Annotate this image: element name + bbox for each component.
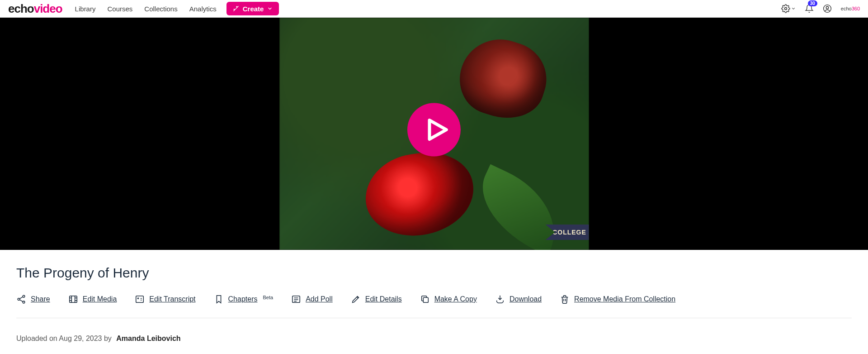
brandmark-text-2: 360 — [852, 6, 860, 11]
top-nav: echovideo Library Courses Collections An… — [0, 0, 868, 18]
uploaded-date: Aug 29, 2023 — [59, 335, 102, 342]
chapters-beta-badge: Beta — [263, 295, 273, 300]
pencil-icon — [351, 294, 361, 304]
svg-point-5 — [23, 301, 25, 303]
action-bar: Share Edit Media Edit Transcript Chapter… — [16, 294, 852, 318]
make-copy-action[interactable]: Make A Copy — [420, 294, 477, 304]
add-poll-action[interactable]: Add Poll — [291, 294, 333, 304]
copy-icon — [420, 294, 430, 304]
svg-rect-7 — [136, 296, 144, 303]
play-icon — [423, 117, 448, 142]
brandmark-text-1: echo — [841, 6, 852, 11]
by-word: by — [102, 335, 114, 342]
share-action[interactable]: Share — [16, 294, 50, 304]
svg-point-3 — [23, 295, 25, 297]
download-icon — [495, 294, 505, 304]
svg-rect-9 — [423, 297, 428, 302]
edit-media-action[interactable]: Edit Media — [68, 294, 117, 304]
make-copy-label: Make A Copy — [434, 295, 477, 303]
video-frame[interactable]: COLLEGE — [279, 18, 589, 250]
share-label: Share — [31, 295, 50, 303]
caret-down-icon — [791, 6, 796, 11]
uploader-name[interactable]: Amanda Leibovich — [116, 335, 180, 342]
play-button[interactable] — [407, 103, 461, 156]
nav-library[interactable]: Library — [75, 5, 96, 13]
video-details: The Progeny of Henry Share Edit Media Ed… — [0, 250, 868, 354]
add-poll-label: Add Poll — [306, 295, 333, 303]
nav-courses[interactable]: Courses — [107, 5, 132, 13]
edit-media-label: Edit Media — [83, 295, 117, 303]
gear-icon — [781, 4, 790, 13]
institution-brandmark[interactable]: echo360 — [841, 6, 860, 11]
share-icon — [16, 294, 26, 304]
edit-details-action[interactable]: Edit Details — [351, 294, 402, 304]
remove-label: Remove Media From Collection — [574, 295, 675, 303]
user-circle-icon — [823, 4, 832, 13]
trash-icon — [560, 294, 570, 304]
logo-text-2: video — [34, 2, 62, 15]
notification-badge: 30 — [808, 0, 817, 6]
edit-details-label: Edit Details — [365, 295, 402, 303]
uploaded-prefix: Uploaded on — [16, 335, 59, 342]
chapters-action[interactable]: ChaptersBeta — [214, 294, 274, 304]
nav-analytics[interactable]: Analytics — [189, 5, 217, 13]
chevron-down-icon — [267, 6, 273, 11]
logo-text-1: echo — [8, 2, 34, 15]
settings-menu[interactable] — [781, 4, 796, 13]
download-label: Download — [509, 295, 542, 303]
create-label: Create — [243, 5, 264, 13]
remove-action[interactable]: Remove Media From Collection — [560, 294, 675, 304]
wand-icon — [233, 5, 239, 12]
download-action[interactable]: Download — [495, 294, 542, 304]
edit-transcript-action[interactable]: Edit Transcript — [135, 294, 195, 304]
pennant-text: COLLEGE — [552, 229, 586, 236]
poll-icon — [291, 294, 301, 304]
video-stage: COLLEGE — [0, 18, 868, 250]
transcript-icon — [135, 294, 145, 304]
brand-logo[interactable]: echovideo — [8, 2, 62, 16]
svg-point-4 — [18, 298, 20, 301]
bookmark-icon — [214, 294, 224, 304]
svg-rect-6 — [69, 296, 77, 303]
account-button[interactable] — [823, 4, 832, 13]
topnav-right: 30 echo360 — [781, 4, 860, 13]
svg-point-0 — [784, 8, 787, 10]
film-icon — [68, 294, 78, 304]
notifications-button[interactable]: 30 — [805, 4, 814, 13]
svg-point-2 — [826, 6, 828, 9]
chapters-label: Chapters — [228, 295, 258, 303]
video-title: The Progeny of Henry — [16, 265, 852, 281]
edit-transcript-label: Edit Transcript — [149, 295, 195, 303]
create-button[interactable]: Create — [226, 2, 279, 15]
nav-collections[interactable]: Collections — [144, 5, 177, 13]
upload-meta: Uploaded on Aug 29, 2023 by Amanda Leibo… — [16, 335, 852, 343]
primary-nav: Library Courses Collections Analytics — [75, 5, 217, 13]
